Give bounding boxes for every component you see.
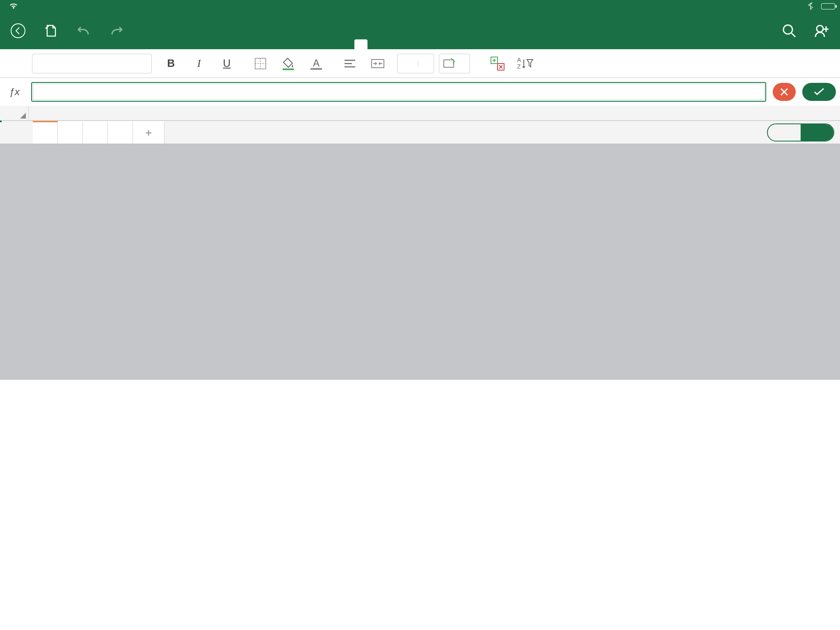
- ios-status-bar: [0, 0, 840, 12]
- cell-style-icon: [439, 57, 459, 70]
- merge-button[interactable]: [368, 53, 388, 74]
- home-toolbar: B I U A AZ: [0, 49, 840, 78]
- formula-input[interactable]: [31, 82, 766, 102]
- formula-confirm-button[interactable]: [802, 83, 836, 101]
- sort-filter-button[interactable]: AZ: [515, 53, 536, 74]
- sheet-tab-bar: +: [0, 121, 840, 144]
- redo-button[interactable]: [108, 23, 125, 39]
- tab-home[interactable]: [354, 39, 368, 49]
- tab-review[interactable]: [443, 39, 456, 49]
- file-menu-icon[interactable]: [43, 23, 59, 39]
- column-headers: [0, 106, 840, 121]
- fx-icon[interactable]: ƒx: [4, 86, 25, 98]
- wifi-icon: [9, 3, 18, 9]
- sheet-tab-customers[interactable]: [108, 121, 133, 144]
- svg-text:A: A: [517, 57, 521, 63]
- tab-view[interactable]: [472, 39, 486, 49]
- font-color-button[interactable]: A: [306, 53, 326, 74]
- sheet-tab-by-year[interactable]: [33, 121, 58, 144]
- borders-button[interactable]: [250, 53, 271, 74]
- number-format-icon: [397, 61, 418, 66]
- font-selector[interactable]: [32, 54, 152, 73]
- formula-bar: ƒx: [0, 78, 840, 106]
- svg-point-2: [817, 25, 823, 32]
- svg-rect-6: [444, 60, 454, 67]
- cell-style-selector[interactable]: [439, 54, 470, 73]
- keyboard-mode-toggle[interactable]: [767, 121, 834, 144]
- sheet-tab-by-month[interactable]: [58, 121, 83, 144]
- keyboard-mode-abc[interactable]: [768, 124, 801, 141]
- spreadsheet-grid[interactable]: [0, 106, 840, 121]
- svg-rect-4: [283, 68, 294, 70]
- tab-insert[interactable]: [384, 39, 397, 49]
- battery-icon: [821, 3, 835, 9]
- undo-button[interactable]: [75, 23, 92, 39]
- app-header: [0, 12, 840, 49]
- number-format-selector[interactable]: [397, 54, 434, 73]
- bold-button[interactable]: B: [161, 53, 181, 74]
- add-sheet-button[interactable]: +: [133, 121, 164, 144]
- select-all-corner[interactable]: [0, 106, 29, 120]
- sheet-tab-products[interactable]: [83, 121, 108, 144]
- keyboard-mode-123[interactable]: [801, 124, 833, 141]
- back-button[interactable]: [10, 23, 26, 39]
- svg-text:Z: Z: [517, 63, 521, 70]
- insert-delete-button[interactable]: [487, 53, 508, 74]
- svg-point-1: [783, 25, 792, 34]
- fill-color-button[interactable]: [278, 53, 299, 74]
- svg-point-0: [11, 24, 25, 38]
- tab-formulas[interactable]: [413, 39, 427, 49]
- share-button[interactable]: [814, 23, 830, 39]
- italic-button[interactable]: I: [189, 53, 209, 74]
- align-button[interactable]: [340, 53, 360, 74]
- underline-button[interactable]: U: [217, 53, 237, 74]
- numeric-keyboard: [0, 144, 840, 380]
- ribbon-tabs: [354, 39, 486, 49]
- search-button[interactable]: [781, 23, 797, 39]
- bluetooth-icon: [808, 2, 813, 10]
- formula-cancel-button[interactable]: [773, 83, 796, 101]
